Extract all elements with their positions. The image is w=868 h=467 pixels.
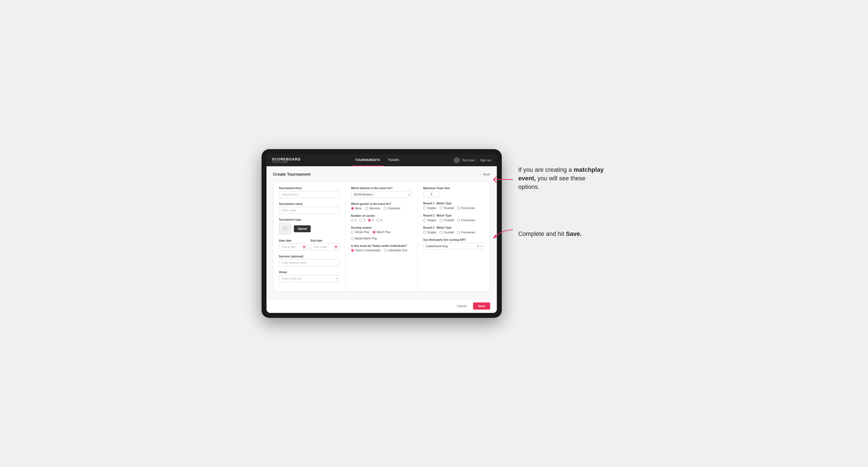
round1-match-group: Round 1 - Match Type Singles Fourball [423,202,484,210]
gender-womens-label: Womens [369,207,380,210]
avatar [454,157,460,163]
cancel-button[interactable]: Cancel [453,302,470,310]
teams-radio-group: Teams (+Individuals) Individuals Only [351,249,412,252]
teams-label-text: Teams (+Individuals) [355,249,380,252]
top-arrow [491,174,513,185]
scoring-stroke[interactable]: Stroke Play [351,230,369,234]
upload-button[interactable]: Upload [294,225,311,232]
form-col-3: Maximum Team Size Round 1 - Match Type S… [417,182,490,291]
individuals-option[interactable]: Individuals Only [384,249,408,252]
rounds-1-radio[interactable] [351,219,354,222]
round2-label: Round 2 - Match Type [423,214,484,217]
rounds-radio-group: 1 2 3 [351,219,412,222]
round2-fourball-radio[interactable] [440,219,443,222]
tournament-host-group: Tournament Host [279,187,340,198]
gender-mens[interactable]: Mens [351,207,362,210]
page-header: Create Tournament ← Back [273,172,490,177]
round2-singles[interactable]: Singles [423,219,436,222]
division-select[interactable]: NCAA Division I [351,191,412,198]
tournament-logo-label: Tournament logo [279,218,340,221]
round1-fourball[interactable]: Fourball [440,207,454,210]
save-button[interactable]: Save [473,302,490,310]
max-team-size-input[interactable] [423,191,440,197]
form-layout: Tournament Host Tournament name Tourname… [273,181,490,292]
annotations: If you are creating a matchplay event, y… [518,149,607,238]
tag-dropdown-icon[interactable]: ▾ [480,245,482,248]
individuals-radio[interactable] [384,249,387,252]
sponsor-input[interactable] [279,259,340,266]
back-link[interactable]: ← Back [479,173,490,176]
tag-close-icon[interactable]: ✕ [477,244,479,248]
scoring-match[interactable]: Match Play [373,230,390,234]
navbar: SCOREBOARD Powered by clippit TOURNAMENT… [267,154,497,166]
venue-select-wrapper [279,275,340,282]
gender-mens-radio[interactable] [351,207,354,210]
max-team-size-group: Maximum Team Size [423,187,484,197]
rounds-2-radio[interactable] [359,219,362,222]
tab-teams[interactable]: TEAMS [384,154,403,166]
round1-label: Round 1 - Match Type [423,202,484,205]
scoring-stroke-label: Stroke Play [355,230,369,234]
scoring-stroke-radio[interactable] [351,230,354,234]
scoring-medal-radio[interactable] [351,237,354,240]
rounds-3[interactable]: 3 [368,219,374,222]
start-date-label: Start date [279,239,308,242]
start-date-input[interactable] [279,244,308,250]
rounds-group: Number of rounds 1 2 [351,214,412,222]
gender-combined-radio[interactable] [383,207,386,210]
round3-fourball-radio[interactable] [440,231,443,234]
scoring-match-label: Match Play [377,230,390,234]
round1-fourball-radio[interactable] [440,207,443,210]
venue-label: Venue [279,271,340,274]
venue-input[interactable] [279,275,340,282]
tournament-host-label: Tournament Host [279,187,340,190]
round2-foursomes[interactable]: Foursomes [457,219,475,222]
round2-radio-group: Singles Fourball Foursomes [423,219,484,222]
rounds-4-radio[interactable] [376,219,379,222]
round3-singles[interactable]: Singles [423,231,436,234]
teams-radio[interactable] [351,249,354,252]
tag-value: Leaderboard King [426,245,448,248]
round1-radio-group: Singles Fourball Foursomes [423,207,484,210]
round3-singles-radio[interactable] [423,231,426,234]
round2-fourball[interactable]: Fourball [440,219,454,222]
main-content: Create Tournament ← Back Tournament Host… [267,166,497,299]
round3-foursomes[interactable]: Foursomes [457,231,475,234]
rounds-2[interactable]: 2 [359,219,365,222]
round3-label: Round 3 - Match Type [423,226,484,229]
gender-womens[interactable]: Womens [365,207,380,210]
tournament-logo-group: Tournament logo Upload [279,218,340,235]
round2-foursomes-radio[interactable] [457,219,460,222]
rounds-4[interactable]: 4 [376,219,382,222]
end-date-input[interactable] [311,244,340,250]
round1-singles[interactable]: Singles [423,207,436,210]
scoring-medal[interactable]: Medal Match Play [351,237,377,240]
tab-tournaments[interactable]: TOURNAMENTS [351,154,384,166]
end-date-label: End date [311,239,340,242]
max-team-size-label: Maximum Team Size [423,187,484,190]
scoring-match-radio[interactable] [373,230,376,234]
gender-radio-group: Mens Womens Combined [351,207,412,210]
round1-singles-radio[interactable] [423,207,426,210]
tournament-host-input[interactable] [279,191,340,198]
scoring-api-group: Use third-party live scoring API? Leader… [423,238,484,249]
round3-fourball[interactable]: Fourball [440,231,454,234]
round1-foursomes-radio[interactable] [457,207,460,210]
round3-foursomes-radio[interactable] [457,231,460,234]
tournament-name-input[interactable] [279,207,340,214]
page-title: Create Tournament [273,172,311,177]
sign-out-link[interactable]: Sign out [480,158,491,162]
scoring-api-label: Use third-party live scoring API? [423,238,484,241]
teams-label: Is this event for Teams and/or Individua… [351,244,412,247]
gender-womens-radio[interactable] [365,207,368,210]
teams-option[interactable]: Teams (+Individuals) [351,249,380,252]
individuals-label: Individuals Only [388,249,408,252]
rounds-label: Number of rounds [351,214,412,217]
nav-divider: | [477,158,478,162]
round2-singles-radio[interactable] [423,219,426,222]
scoring-group: Scoring system Stroke Play Match Play [351,226,412,240]
round1-foursomes[interactable]: Foursomes [457,207,475,210]
rounds-1[interactable]: 1 [351,219,357,222]
gender-combined[interactable]: Combined [383,207,400,210]
rounds-3-radio[interactable] [368,219,371,222]
